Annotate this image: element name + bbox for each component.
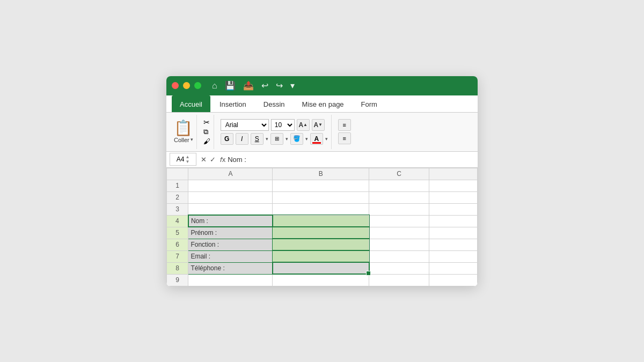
cell-d6[interactable] xyxy=(429,239,478,250)
save-icon[interactable]: 💾 xyxy=(225,80,236,91)
tab-insertion[interactable]: Insertion xyxy=(211,95,254,112)
cut-button[interactable]: ✂ xyxy=(203,118,210,127)
copy-icon: ⧉ xyxy=(203,128,208,136)
home-icon[interactable]: ⌂ xyxy=(212,81,217,91)
cell-d7[interactable] xyxy=(429,250,478,262)
font-family-select[interactable]: Arial Calibri Times New Roman xyxy=(221,119,269,131)
tab-form[interactable]: Form xyxy=(353,95,385,112)
col-header-a[interactable]: A xyxy=(188,168,273,180)
cell-b3[interactable] xyxy=(273,203,369,215)
tab-dessin[interactable]: Dessin xyxy=(255,95,293,112)
table-row: 2 xyxy=(167,191,478,203)
fx-icon[interactable]: fx xyxy=(220,156,225,164)
table-row: 6 Fonction : xyxy=(167,239,478,250)
align-right-button[interactable]: ≡ xyxy=(338,119,351,131)
table-row: 8 Téléphone : xyxy=(167,262,478,274)
cell-c9[interactable] xyxy=(369,274,429,286)
col-header-d[interactable] xyxy=(429,168,478,180)
cell-a6[interactable]: Fonction : xyxy=(188,239,273,250)
alignment-group: ≡ ≡ xyxy=(335,115,354,149)
row-num-2: 2 xyxy=(167,191,188,203)
cell-a7[interactable]: Email : xyxy=(188,250,273,262)
font-controls: Arial Calibri Times New Roman 10 11 12 A… xyxy=(221,119,328,145)
font-row-2: G I S ▾ ⊞ ▾ 🪣 ▾ A ▾ xyxy=(221,133,328,145)
cell-a9[interactable] xyxy=(188,274,273,286)
borders-arrow[interactable]: ▾ xyxy=(286,136,288,142)
copy-button[interactable]: ⧉ xyxy=(203,128,210,136)
cell-b1[interactable] xyxy=(273,180,369,191)
fill-arrow[interactable]: ▾ xyxy=(305,136,308,142)
underline-arrow[interactable]: ▾ xyxy=(266,136,268,142)
cell-b7[interactable] xyxy=(273,250,369,262)
font-grow-button[interactable]: A▲ xyxy=(297,119,310,131)
more-icon[interactable]: ▾ xyxy=(290,80,295,91)
font-size-select[interactable]: 10 11 12 xyxy=(271,119,295,131)
cell-ref-box[interactable]: A4 ▲ ▼ xyxy=(170,153,196,166)
cell-c3[interactable] xyxy=(369,203,429,215)
cell-a4[interactable]: Nom : xyxy=(188,215,273,227)
paste-button[interactable]: 📋 Coller ▾ xyxy=(174,121,193,143)
tab-accueil[interactable]: Accueil xyxy=(172,95,210,112)
row-num-6: 6 xyxy=(167,239,188,250)
maximize-button[interactable] xyxy=(194,82,201,89)
undo-icon[interactable]: ↩ xyxy=(261,80,268,91)
cell-d4[interactable] xyxy=(429,215,478,227)
cell-c4[interactable] xyxy=(369,215,429,227)
cell-d1[interactable] xyxy=(429,180,478,191)
cell-b9[interactable] xyxy=(273,274,369,286)
font-group: Arial Calibri Times New Roman 10 11 12 A… xyxy=(217,115,332,149)
wrap-text-button[interactable]: ≡ xyxy=(338,132,351,144)
cell-a8[interactable]: Téléphone : xyxy=(188,262,273,274)
cell-c8[interactable] xyxy=(369,262,429,274)
cell-a2[interactable] xyxy=(188,191,273,203)
cell-b4[interactable] xyxy=(273,215,369,227)
tab-mise-en-page[interactable]: Mise en page xyxy=(294,95,352,112)
cell-a5[interactable]: Prénom : xyxy=(188,227,273,239)
col-header-b[interactable]: B xyxy=(273,168,369,180)
cell-a3[interactable] xyxy=(188,203,273,215)
table-row: 9 xyxy=(167,274,478,286)
row-num-9: 9 xyxy=(167,274,188,286)
font-color-arrow[interactable]: ▾ xyxy=(325,136,328,142)
cell-d2[interactable] xyxy=(429,191,478,203)
cell-ref-arrows[interactable]: ▲ ▼ xyxy=(185,154,189,164)
cell-c2[interactable] xyxy=(369,191,429,203)
cancel-formula-icon[interactable]: ✕ xyxy=(201,156,207,164)
font-color-button[interactable]: A xyxy=(310,133,323,145)
cell-b6[interactable] xyxy=(273,239,369,250)
share-icon[interactable]: 📤 xyxy=(243,80,254,91)
font-shrink-button[interactable]: A▼ xyxy=(312,119,325,131)
cell-c6[interactable] xyxy=(369,239,429,250)
cell-b2[interactable] xyxy=(273,191,369,203)
cell-c5[interactable] xyxy=(369,227,429,239)
cell-d8[interactable] xyxy=(429,262,478,274)
row-num-4: 4 xyxy=(167,215,188,227)
cell-ref-value: A4 xyxy=(177,156,185,163)
borders-button[interactable]: ⊞ xyxy=(270,133,283,145)
cell-c1[interactable] xyxy=(369,180,429,191)
paste-group: 📋 Coller ▾ xyxy=(171,115,197,149)
ribbon-tabs: Accueil Insertion Dessin Mise en page Fo… xyxy=(166,95,478,113)
font-color-a: A xyxy=(314,135,319,143)
close-button[interactable] xyxy=(172,82,179,89)
bold-button[interactable]: G xyxy=(221,133,233,145)
cell-b8[interactable] xyxy=(273,262,369,274)
cell-a1[interactable] xyxy=(188,180,273,191)
underline-button[interactable]: S xyxy=(251,133,264,145)
cell-d5[interactable] xyxy=(429,227,478,239)
cell-d9[interactable] xyxy=(429,274,478,286)
italic-button[interactable]: I xyxy=(236,133,248,145)
format-painter-button[interactable]: 🖌 xyxy=(203,137,210,145)
cell-b5[interactable] xyxy=(273,227,369,239)
redo-icon[interactable]: ↪ xyxy=(276,80,283,91)
col-header-c[interactable]: C xyxy=(369,168,429,180)
cell-c7[interactable] xyxy=(369,250,429,262)
minimize-button[interactable] xyxy=(183,82,190,89)
fill-color-button[interactable]: 🪣 xyxy=(290,133,303,145)
confirm-formula-icon[interactable]: ✓ xyxy=(210,156,216,164)
paste-icon: 📋 xyxy=(174,121,193,136)
cell-d3[interactable] xyxy=(429,203,478,215)
grid-table: A B C 1 2 xyxy=(166,168,478,286)
paste-dropdown-arrow[interactable]: ▾ xyxy=(191,137,193,142)
column-headers: A B C xyxy=(167,168,478,180)
